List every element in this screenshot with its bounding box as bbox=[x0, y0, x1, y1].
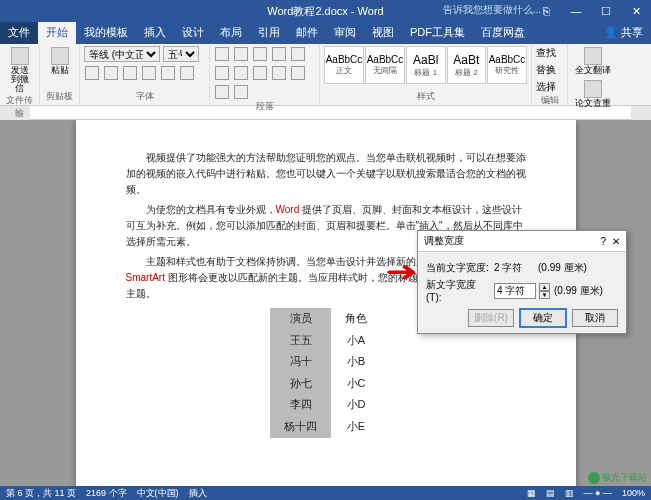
align-left-icon[interactable] bbox=[215, 66, 229, 80]
translate-button[interactable]: 全文翻译 bbox=[572, 46, 614, 76]
cancel-button[interactable]: 取消 bbox=[572, 309, 618, 327]
highlight-icon[interactable] bbox=[161, 66, 175, 80]
tab-pdf[interactable]: PDF工具集 bbox=[402, 21, 473, 44]
current-width-label: 当前文字宽度: bbox=[426, 261, 490, 275]
dialog-title: 调整宽度 bbox=[424, 234, 464, 248]
tab-insert[interactable]: 插入 bbox=[136, 21, 174, 44]
tab-view[interactable]: 视图 bbox=[364, 21, 402, 44]
spin-up-icon[interactable]: ▲ bbox=[539, 283, 550, 291]
window-controls: ⎘ — ☐ ✕ bbox=[531, 0, 651, 22]
table-cell: 王五 bbox=[270, 330, 331, 352]
bold-icon[interactable] bbox=[85, 66, 99, 80]
word-count[interactable]: 2169 个字 bbox=[86, 487, 127, 500]
style-normal[interactable]: AaBbCc正文 bbox=[324, 46, 364, 84]
table-cell: 冯十 bbox=[270, 351, 331, 373]
horizontal-ruler[interactable] bbox=[30, 106, 631, 120]
numbering-icon[interactable] bbox=[234, 47, 248, 61]
current-width-cm: (0.99 厘米) bbox=[538, 261, 587, 275]
tab-file[interactable]: 文件 bbox=[0, 21, 38, 44]
tab-review[interactable]: 审阅 bbox=[326, 21, 364, 44]
style-heading1[interactable]: AaBl标题 1 bbox=[406, 46, 446, 84]
table-cell: 杨十四 bbox=[270, 416, 331, 438]
new-width-input[interactable] bbox=[494, 283, 536, 299]
font-family-select[interactable]: 等线 (中文正文) bbox=[84, 46, 160, 62]
share-button[interactable]: 👤 共享 bbox=[596, 21, 651, 44]
table-cell: 小A bbox=[331, 330, 381, 352]
zoom-slider[interactable]: — ● — bbox=[584, 488, 612, 498]
tab-design[interactable]: 设计 bbox=[174, 21, 212, 44]
style-research[interactable]: AaBbCc研究性 bbox=[487, 46, 527, 84]
insert-mode[interactable]: 插入 bbox=[189, 487, 207, 500]
paste-icon bbox=[51, 47, 69, 65]
style-nospacing[interactable]: AaBbCc无间隔 bbox=[365, 46, 405, 84]
view-web-icon[interactable]: ▥ bbox=[565, 488, 574, 498]
ribbon-tabs: 文件 开始 我的模板 插入 设计 布局 引用 邮件 审阅 视图 PDF工具集 百… bbox=[0, 22, 651, 44]
minimize-icon[interactable]: — bbox=[561, 0, 591, 22]
titlebar: Word教程2.docx - Word 告诉我您想要做什么... ⎘ — ☐ ✕ bbox=[0, 0, 651, 22]
align-justify-icon[interactable] bbox=[272, 66, 286, 80]
zoom-level[interactable]: 100% bbox=[622, 488, 645, 498]
align-right-icon[interactable] bbox=[253, 66, 267, 80]
strike-icon[interactable] bbox=[142, 66, 156, 80]
group-styles: AaBbCc正文 AaBbCc无间隔 AaBl标题 1 AaBt标题 2 AaB… bbox=[320, 44, 532, 105]
table-header: 演员 bbox=[270, 308, 331, 330]
paragraph-1: 视频提供了功能强大的方法帮助您证明您的观点。当您单击联机视频时，可以在想要添加的… bbox=[126, 150, 526, 198]
plagiarism-button[interactable]: 论文查重 bbox=[572, 79, 614, 109]
table-cell: 孙七 bbox=[270, 373, 331, 395]
send-to-wechat-button[interactable]: 发送到微信 bbox=[4, 46, 35, 94]
ribbon-options-icon[interactable]: ⎘ bbox=[531, 0, 561, 22]
tab-mailings[interactable]: 邮件 bbox=[288, 21, 326, 44]
page-indicator[interactable]: 第 6 页，共 11 页 bbox=[6, 487, 76, 500]
view-read-icon[interactable]: ▤ bbox=[546, 488, 555, 498]
shading-icon[interactable] bbox=[215, 85, 229, 99]
tab-baidu[interactable]: 百度网盘 bbox=[473, 21, 533, 44]
borders-icon[interactable] bbox=[234, 85, 248, 99]
multilevel-icon[interactable] bbox=[253, 47, 267, 61]
window-title: Word教程2.docx - Word bbox=[267, 4, 383, 19]
select-button[interactable]: 选择 bbox=[536, 80, 556, 94]
maximize-icon[interactable]: ☐ bbox=[591, 0, 621, 22]
tab-templates[interactable]: 我的模板 bbox=[76, 21, 136, 44]
group-font: 等线 (中文正文) 五号 字体 bbox=[80, 44, 210, 105]
current-width-value: 2 字符 bbox=[494, 261, 534, 275]
font-color-icon[interactable] bbox=[180, 66, 194, 80]
adjust-width-dialog: 调整宽度 ? ✕ 当前文字宽度: 2 字符 (0.99 厘米) 新文字宽度(T)… bbox=[417, 230, 627, 334]
italic-icon[interactable] bbox=[104, 66, 118, 80]
actors-table: 演员角色 王五小A 冯十小B 孙七小C 李四小D 杨十四小E bbox=[270, 308, 381, 438]
ok-button[interactable]: 确定 bbox=[520, 309, 566, 327]
bullets-icon[interactable] bbox=[215, 47, 229, 61]
tab-home[interactable]: 开始 bbox=[38, 21, 76, 44]
indent-dec-icon[interactable] bbox=[272, 47, 286, 61]
font-size-select[interactable]: 五号 bbox=[163, 46, 199, 62]
globe-icon bbox=[588, 472, 600, 484]
replace-button[interactable]: 替换 bbox=[536, 63, 556, 77]
remove-button[interactable]: 删除(R) bbox=[468, 309, 514, 327]
group-clipboard: 粘贴 剪贴板 bbox=[40, 44, 80, 105]
table-header: 角色 bbox=[331, 308, 381, 330]
find-button[interactable]: 查找 bbox=[536, 46, 556, 60]
plagiarism-icon bbox=[584, 80, 602, 98]
group-send: 发送到微信 文件传输 bbox=[0, 44, 40, 105]
underline-icon[interactable] bbox=[123, 66, 137, 80]
dialog-titlebar[interactable]: 调整宽度 ? ✕ bbox=[418, 231, 626, 252]
style-heading2[interactable]: AaBt标题 2 bbox=[447, 46, 487, 84]
line-spacing-icon[interactable] bbox=[291, 66, 305, 80]
group-extras: 全文翻译 论文查重 bbox=[568, 44, 638, 105]
align-center-icon[interactable] bbox=[234, 66, 248, 80]
tell-me-search[interactable]: 告诉我您想要做什么... bbox=[443, 3, 541, 17]
table-cell: 小D bbox=[331, 394, 381, 416]
tab-references[interactable]: 引用 bbox=[250, 21, 288, 44]
indent-inc-icon[interactable] bbox=[291, 47, 305, 61]
dialog-help-icon[interactable]: ? bbox=[600, 236, 606, 247]
watermark: 极光下载站 bbox=[588, 471, 647, 484]
spin-down-icon[interactable]: ▼ bbox=[539, 291, 550, 299]
tab-layout[interactable]: 布局 bbox=[212, 21, 250, 44]
style-gallery: AaBbCc正文 AaBbCc无间隔 AaBl标题 1 AaBt标题 2 AaB… bbox=[324, 46, 527, 84]
table-cell: 小B bbox=[331, 351, 381, 373]
table-cell: 小C bbox=[331, 373, 381, 395]
dialog-close-icon[interactable]: ✕ bbox=[612, 236, 620, 247]
paste-button[interactable]: 粘贴 bbox=[44, 46, 75, 76]
language-indicator[interactable]: 中文(中国) bbox=[137, 487, 179, 500]
view-print-icon[interactable]: ▦ bbox=[527, 488, 536, 498]
close-icon[interactable]: ✕ bbox=[621, 0, 651, 22]
